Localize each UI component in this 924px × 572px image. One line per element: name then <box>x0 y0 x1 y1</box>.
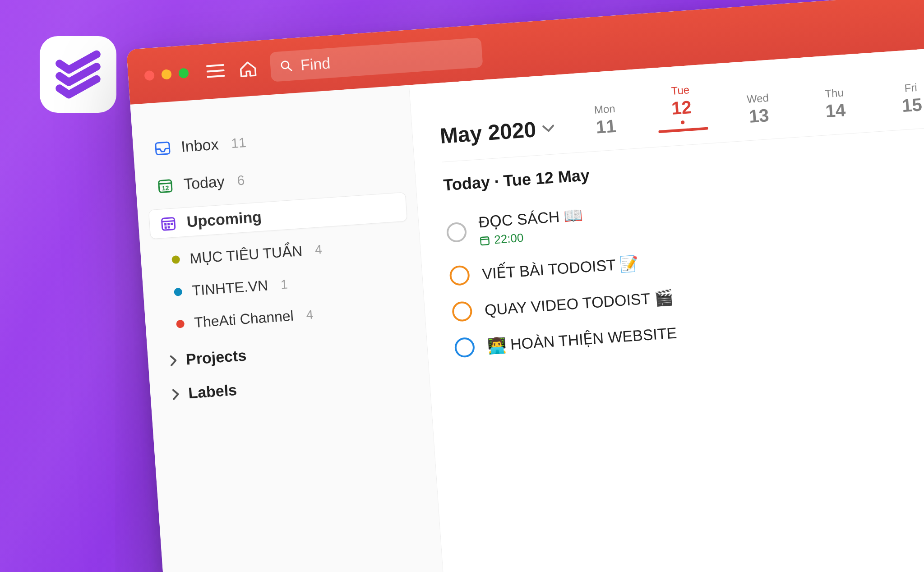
day-cell-tue[interactable]: Tue 12 <box>655 83 708 133</box>
calendar-upcoming-icon <box>159 214 178 233</box>
task-checkbox[interactable] <box>454 337 475 358</box>
main-panel: May 2020 Mon 11 Tue 12 <box>409 29 924 572</box>
project-count: 1 <box>280 277 288 292</box>
chevron-right-icon <box>171 388 181 400</box>
home-icon <box>238 60 257 78</box>
today-dot <box>680 120 684 125</box>
task-title: 👨‍💻 HOÀN THIỆN WEBSITE <box>486 323 677 355</box>
task-checkbox[interactable] <box>452 301 473 322</box>
todoist-logo-icon <box>53 50 103 99</box>
svg-rect-16 <box>171 222 173 225</box>
svg-line-0 <box>207 65 223 66</box>
window-stage: Inbox 11 12 Today 6 <box>126 0 924 572</box>
window-maximize-button[interactable] <box>178 68 189 78</box>
sidebar-item-inbox[interactable]: Inbox 11 <box>143 117 402 164</box>
svg-rect-15 <box>167 223 170 225</box>
sidebar-item-count: 11 <box>231 135 247 151</box>
chevron-right-icon <box>168 354 178 366</box>
project-count: 4 <box>314 242 323 257</box>
day-num: 14 <box>810 99 861 123</box>
calendar-mini-icon <box>480 235 490 245</box>
search-input[interactable] <box>300 44 473 74</box>
project-label: TheAti Channel <box>194 308 294 331</box>
task-body: ĐỌC SÁCH 📖 22:00 <box>478 206 584 248</box>
svg-line-2 <box>208 76 224 77</box>
window-minimize-button[interactable] <box>161 69 171 79</box>
task-title: VIẾT BÀI TODOIST 📝 <box>481 254 639 283</box>
day-dow: Fri <box>886 80 924 96</box>
hamburger-icon <box>206 63 225 79</box>
svg-line-13 <box>162 221 175 221</box>
project-count: 4 <box>305 307 314 322</box>
svg-rect-17 <box>165 226 167 228</box>
sidebar-item-count: 6 <box>236 172 245 188</box>
day-cell-wed[interactable]: Wed 13 <box>733 91 785 128</box>
content-split: Inbox 11 12 Today 6 <box>130 29 924 572</box>
app-window: Inbox 11 12 Today 6 <box>126 0 924 572</box>
chevron-down-icon <box>542 124 554 133</box>
today-underline <box>658 127 708 134</box>
menu-button[interactable] <box>205 62 226 80</box>
svg-line-20 <box>480 239 489 239</box>
search-icon <box>280 59 293 73</box>
sidebar-item-upcoming[interactable]: Upcoming <box>148 192 407 240</box>
svg-line-4 <box>288 67 292 71</box>
home-button[interactable] <box>237 60 259 78</box>
inbox-icon <box>153 139 172 157</box>
day-cell-mon[interactable]: Mon 11 <box>579 101 631 138</box>
sidebar-item-label: Inbox <box>180 135 219 156</box>
calendar-today-icon: 12 <box>156 176 175 195</box>
search-field[interactable] <box>269 37 483 82</box>
task-due-text: 22:00 <box>494 231 524 247</box>
task-checkbox[interactable] <box>446 221 467 243</box>
svg-rect-14 <box>164 223 166 225</box>
window-close-button[interactable] <box>144 70 154 81</box>
day-num: 13 <box>734 104 785 128</box>
day-cell-thu[interactable]: Thu 14 <box>809 85 861 122</box>
svg-line-1 <box>208 70 224 72</box>
day-cell-fri[interactable]: Fri 15 <box>886 80 924 117</box>
svg-text:12: 12 <box>162 184 169 192</box>
window-traffic-lights <box>144 68 189 81</box>
sidebar-item-label: Today <box>183 173 225 193</box>
project-color-dot <box>171 255 180 264</box>
day-num: 15 <box>887 93 924 117</box>
sidebar-item-today[interactable]: 12 Today 6 <box>146 155 405 201</box>
project-color-dot <box>176 319 185 328</box>
month-title-text: May 2020 <box>439 117 537 148</box>
month-picker[interactable]: May 2020 <box>439 115 555 148</box>
project-label: TINHTE.VN <box>191 277 268 299</box>
day-num: 12 <box>656 96 707 120</box>
brand-tile <box>40 36 116 113</box>
task-checkbox[interactable] <box>449 265 470 286</box>
svg-rect-19 <box>480 237 489 245</box>
sidebar: Inbox 11 12 Today 6 <box>130 85 450 572</box>
section-label: Labels <box>188 381 237 402</box>
section-label: Projects <box>185 346 247 368</box>
svg-line-10 <box>159 183 171 184</box>
sidebar-item-label: Upcoming <box>186 208 263 231</box>
svg-rect-18 <box>168 226 170 228</box>
day-num: 11 <box>581 115 632 138</box>
project-label: MỤC TIÊU TUẦN <box>189 242 303 267</box>
project-color-dot <box>174 287 182 296</box>
task-title: QUAY VIDEO TODOIST 🎬 <box>484 288 674 319</box>
